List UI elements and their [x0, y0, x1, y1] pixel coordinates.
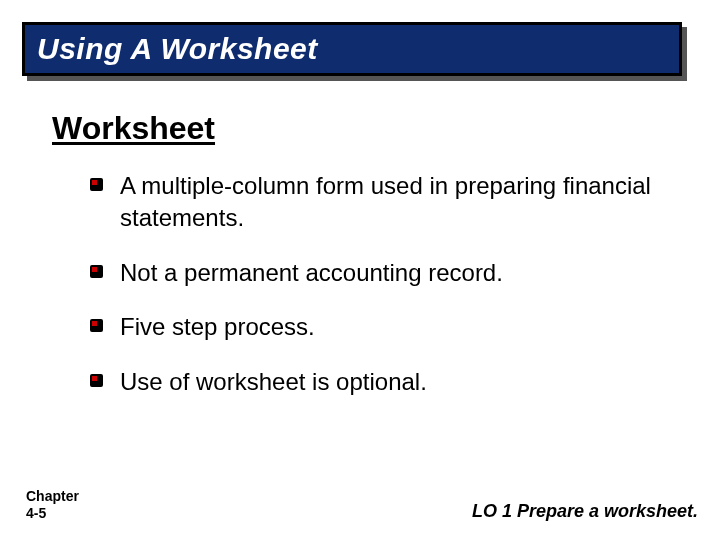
square-bullet-icon	[90, 265, 103, 278]
square-bullet-icon	[90, 178, 103, 191]
square-bullet-icon	[90, 374, 103, 387]
list-item: Use of worksheet is optional.	[90, 366, 660, 398]
bullet-text: A multiple-column form used in preparing…	[120, 172, 651, 231]
bullet-text: Use of worksheet is optional.	[120, 368, 427, 395]
chapter-label: Chapter 4-5	[26, 488, 79, 522]
learning-objective: LO 1 Prepare a worksheet.	[472, 501, 698, 522]
section-heading: Worksheet	[52, 110, 215, 147]
list-item: Five step process.	[90, 311, 660, 343]
chapter-text-1: Chapter	[26, 488, 79, 505]
chapter-text-2: 4-5	[26, 505, 79, 522]
slide-title: Using A Worksheet	[37, 32, 318, 66]
slide: Using A Worksheet Worksheet A multiple-c…	[0, 0, 720, 540]
list-item: A multiple-column form used in preparing…	[90, 170, 660, 235]
list-item: Not a permanent accounting record.	[90, 257, 660, 289]
bullet-text: Not a permanent accounting record.	[120, 259, 503, 286]
title-banner: Using A Worksheet	[22, 22, 682, 76]
bullet-text: Five step process.	[120, 313, 315, 340]
bullet-list: A multiple-column form used in preparing…	[90, 170, 660, 420]
square-bullet-icon	[90, 319, 103, 332]
